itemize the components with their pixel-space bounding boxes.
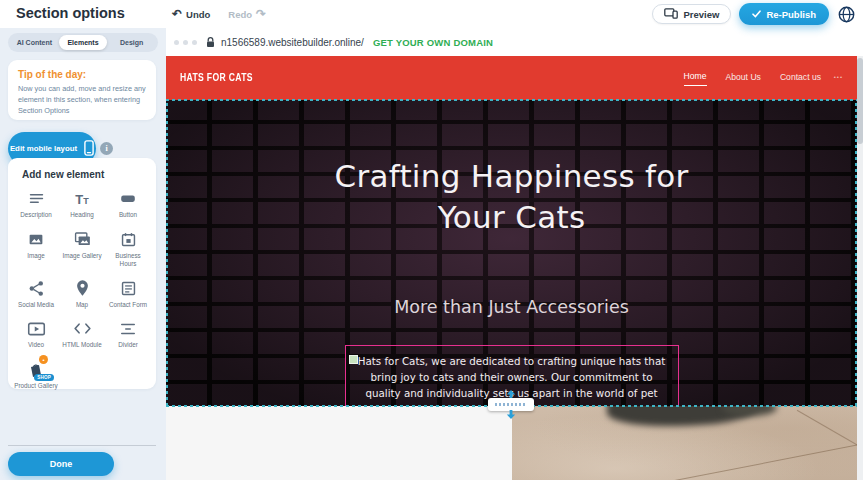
redo-button[interactable]: Redo ↷ — [228, 8, 266, 20]
browser-chrome: n1566589.websitebuilder.online/ GET YOUR… — [166, 28, 863, 56]
globe-icon[interactable] — [837, 5, 855, 23]
edit-mobile-label: Edit mobile layout — [10, 144, 77, 153]
add-element-description[interactable]: Description — [13, 189, 59, 219]
element-label: HTML Module — [62, 341, 101, 349]
product-gallery-icon: •SHOP — [28, 360, 44, 379]
preview-scrollbar-thumb[interactable] — [857, 58, 863, 144]
description-icon — [28, 189, 45, 208]
add-element-business-hours[interactable]: Business Hours — [105, 230, 151, 268]
element-label: Contact Form — [109, 301, 147, 309]
preview-button[interactable]: Preview — [652, 4, 731, 24]
undo-button[interactable]: ↶ Undo — [172, 8, 210, 20]
add-element-social-media[interactable]: Social Media — [13, 279, 59, 309]
tab-elements[interactable]: Elements — [59, 35, 108, 50]
add-element-map[interactable]: Map — [59, 279, 105, 309]
shop-badge: SHOP — [34, 374, 54, 381]
window-control-dots — [174, 40, 197, 45]
sidebar: AI ContentElementsDesign Tip of the day:… — [0, 28, 166, 480]
undo-redo-group: ↶ Undo Redo ↷ — [172, 0, 266, 28]
add-element-image[interactable]: Image — [13, 230, 59, 268]
sand-photo[interactable] — [512, 406, 857, 480]
topbar-actions: Preview Re-Publish — [652, 0, 855, 28]
add-element-heading[interactable]: TTHeading — [59, 189, 105, 219]
site-logo[interactable]: HATS FOR CATS — [180, 71, 253, 83]
nav-more-menu[interactable]: ••• — [834, 74, 843, 80]
element-label: Divider — [118, 341, 138, 349]
heading-icon: TT — [75, 189, 88, 208]
app-window: Section options ↶ Undo Redo ↷ Preview — [0, 0, 863, 480]
nav-item-contact-us[interactable]: Contact us — [780, 72, 821, 84]
html-module-icon — [73, 319, 92, 338]
element-label: Image Gallery — [62, 252, 101, 260]
button-icon — [119, 189, 137, 208]
site-nav: HomeAbout UsContact us — [684, 56, 821, 100]
image-icon — [27, 230, 45, 249]
hero-heading-line2: Your Cats — [438, 199, 586, 235]
add-element-image-gallery[interactable]: Image Gallery — [59, 230, 105, 268]
element-label: Business Hours — [106, 252, 150, 268]
add-element-title: Add new element — [22, 169, 151, 180]
tab-design[interactable]: Design — [107, 35, 156, 50]
divider-icon — [119, 319, 137, 338]
info-icon[interactable]: i — [100, 142, 113, 155]
sidebar-divider — [8, 445, 156, 446]
lock-icon — [206, 37, 215, 48]
hero-section[interactable]: Crafting Happiness for Your Cats More th… — [166, 100, 857, 406]
element-label: Social Media — [18, 301, 54, 309]
phone-icon — [84, 140, 94, 158]
undo-icon: ↶ — [172, 8, 182, 20]
section-right-boundary — [855, 100, 857, 406]
add-element-html-module[interactable]: HTML Module — [59, 319, 105, 349]
element-label: Product Gallery — [14, 382, 57, 390]
republish-button[interactable]: Re-Publish — [739, 3, 829, 25]
preview-scrollbar — [857, 56, 863, 480]
add-element-product-gallery[interactable]: •SHOPProduct Gallery — [13, 360, 59, 390]
element-drag-handle[interactable] — [349, 355, 358, 364]
element-label: Image — [27, 252, 45, 260]
hero-heading-line1: Crafting Happiness for — [334, 158, 688, 194]
hero-subheading[interactable]: More than Just Accessories — [166, 297, 857, 317]
add-element-divider[interactable]: Divider — [105, 319, 151, 349]
business-hours-icon — [120, 230, 137, 249]
section-start-boundary[interactable] — [166, 99, 857, 101]
preview-label: Preview — [683, 9, 719, 20]
redo-label: Redo — [228, 9, 252, 20]
add-element-video[interactable]: Video — [13, 319, 59, 349]
tip-title: Tip of the day: — [18, 69, 146, 80]
social-media-icon — [28, 279, 45, 298]
topbar: Section options ↶ Undo Redo ↷ Preview — [0, 0, 863, 28]
element-label: Video — [28, 341, 44, 349]
element-label: Map — [76, 301, 88, 309]
tip-body: Now you can add, move and resize any ele… — [18, 84, 146, 117]
section-resize-handle[interactable] — [488, 391, 534, 418]
map-icon — [75, 279, 90, 298]
get-domain-link[interactable]: GET YOUR OWN DOMAIN — [373, 37, 493, 48]
element-label: Button — [119, 211, 137, 219]
element-label: Heading — [70, 211, 93, 219]
contact-form-icon — [120, 279, 137, 298]
element-grid: DescriptionTTHeadingButtonImageImage Gal… — [13, 189, 151, 390]
check-icon — [752, 9, 761, 20]
video-icon — [27, 319, 46, 338]
undo-label: Undo — [186, 9, 210, 20]
hero-heading[interactable]: Crafting Happiness for Your Cats — [166, 156, 857, 238]
pavement-crack — [634, 440, 857, 480]
tab-ai-content[interactable]: AI Content — [10, 35, 59, 50]
section-left-boundary — [166, 100, 168, 406]
done-button[interactable]: Done — [8, 452, 114, 476]
tip-card: Tip of the day: Now you can add, move an… — [8, 60, 156, 120]
site-header[interactable]: HATS FOR CATS HomeAbout UsContact us ••• — [166, 56, 857, 100]
site-preview: HATS FOR CATS HomeAbout UsContact us •••… — [166, 56, 863, 480]
add-element-button[interactable]: Button — [105, 189, 151, 219]
sidebar-tabs: AI ContentElementsDesign — [8, 33, 158, 52]
nav-item-about-us[interactable]: About Us — [726, 72, 761, 84]
promo-badge-icon: • — [39, 355, 48, 364]
nav-item-home[interactable]: Home — [684, 71, 707, 86]
add-element-contact-form[interactable]: Contact Form — [105, 279, 151, 309]
republish-label: Re-Publish — [766, 9, 816, 20]
element-label: Description — [20, 211, 52, 219]
add-element-card: Add new element DescriptionTTHeadingButt… — [8, 158, 156, 389]
image-gallery-icon — [73, 230, 92, 249]
resize-down-arrow — [506, 410, 516, 419]
address-bar-url[interactable]: n1566589.websitebuilder.online/ — [221, 37, 364, 48]
